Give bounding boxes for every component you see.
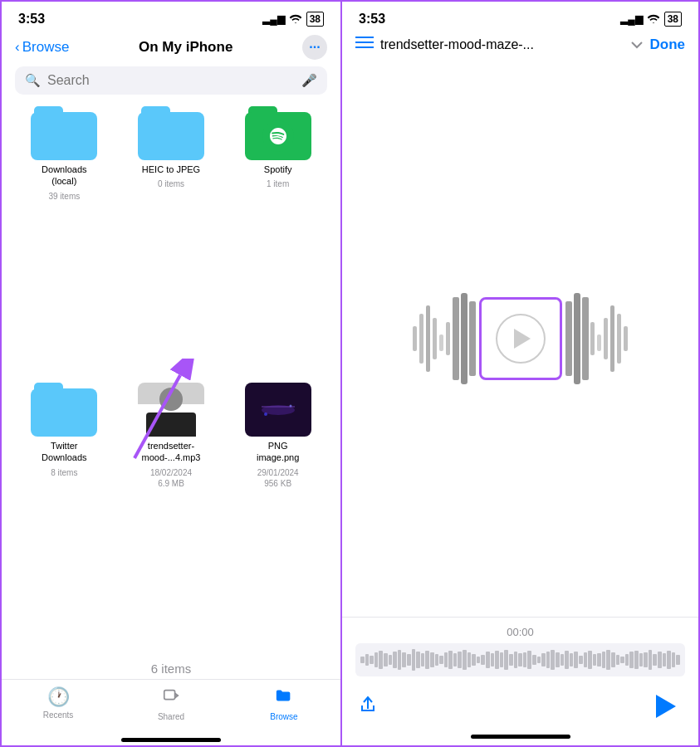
svg-rect-14 <box>433 318 437 359</box>
status-bar-right: 3:53 ▂▄▆ 38 <box>342 2 698 30</box>
audio-scrubber[interactable] <box>355 643 685 676</box>
svg-rect-25 <box>604 318 608 359</box>
chevron-left-icon: ‹ <box>15 39 20 56</box>
play-button-box[interactable] <box>479 297 562 380</box>
more-icon: ··· <box>309 40 320 55</box>
shared-icon <box>162 686 180 710</box>
list-item[interactable]: Spotify 1 item <box>228 106 327 366</box>
tab-shared[interactable]: Shared <box>115 686 228 721</box>
svg-rect-16 <box>446 322 450 355</box>
folder-downloads-icon <box>31 106 97 160</box>
battery-icon-right: 38 <box>664 12 682 27</box>
svg-rect-13 <box>426 305 430 372</box>
browse-back-label: Browse <box>22 39 70 56</box>
done-button[interactable]: Done <box>650 37 686 53</box>
nav-bar-right: trendsetter-mood-maze-... Done <box>342 30 698 61</box>
svg-rect-15 <box>439 334 443 351</box>
tab-browse[interactable]: Browse <box>228 686 340 721</box>
list-item[interactable]: HEIC to JPEG 0 items <box>122 106 221 366</box>
audio-controls-bar <box>342 676 698 731</box>
left-panel: 3:53 ▂▄▆ 38 ‹ Browse On My iPhone ··· 🔍 … <box>0 0 342 747</box>
svg-rect-27 <box>617 314 621 364</box>
wifi-icon-right <box>647 13 660 26</box>
file-meta: 0 items <box>158 178 184 189</box>
tab-shared-label: Shared <box>158 712 184 721</box>
list-item[interactable]: TwitterDownloads 8 items <box>15 383 114 653</box>
clock-icon: 🕐 <box>47 686 70 708</box>
svg-rect-28 <box>624 326 628 351</box>
chevron-down-icon[interactable] <box>630 38 644 51</box>
svg-point-4 <box>289 404 291 407</box>
mic-icon[interactable]: 🎤 <box>301 73 317 88</box>
tab-recents-label: Recents <box>43 710 74 720</box>
svg-rect-11 <box>413 326 417 351</box>
play-triangle-icon <box>514 329 531 349</box>
more-button[interactable]: ··· <box>302 35 327 60</box>
browse-back-button[interactable]: ‹ Browse <box>15 39 69 56</box>
svg-rect-20 <box>565 301 572 376</box>
folder-spotify-icon <box>245 106 311 160</box>
signal-icon: ▂▄▆ <box>262 13 285 25</box>
svg-rect-22 <box>582 297 589 380</box>
share-button[interactable] <box>359 694 377 719</box>
scrubber-waveform <box>360 647 680 672</box>
file-meta: 8 items <box>51 467 77 478</box>
tab-bar: 🕐 Recents Shared Browse <box>2 679 340 738</box>
audio-bottom: 00:00 <box>342 617 698 676</box>
list-item[interactable]: PNGimage.png 29/01/2024956 KB <box>228 383 327 653</box>
svg-rect-23 <box>590 322 595 355</box>
folder-twitter-icon <box>31 383 97 437</box>
folder-heic-icon <box>138 106 204 160</box>
list-item[interactable]: trendsetter-mood-...4.mp3 18/02/20246.9 … <box>122 383 221 653</box>
file-name: Spotify <box>264 164 292 175</box>
file-name: Downloads(local) <box>42 164 86 188</box>
play-circle <box>496 314 546 364</box>
play-audio-button[interactable] <box>645 688 682 725</box>
tab-browse-label: Browse <box>270 712 297 721</box>
svg-rect-17 <box>453 297 459 380</box>
search-bar[interactable]: 🔍 🎤 <box>15 66 327 95</box>
tab-recents[interactable]: 🕐 Recents <box>2 686 115 721</box>
items-count: 6 items <box>2 653 340 679</box>
file-meta: 1 item <box>267 178 289 189</box>
battery-icon: 38 <box>306 12 324 27</box>
file-meta: 29/01/2024956 KB <box>257 467 299 489</box>
time-left: 3:53 <box>18 12 45 27</box>
nav-bar-left: ‹ Browse On My iPhone ··· <box>2 30 340 66</box>
list-item[interactable]: Downloads(local) 39 items <box>15 106 114 366</box>
time-right: 3:53 <box>359 12 385 27</box>
wifi-icon <box>289 13 302 26</box>
status-icons-right: ▂▄▆ 38 <box>620 12 682 27</box>
audio-time: 00:00 <box>355 626 685 638</box>
status-bar-left: 3:53 ▂▄▆ 38 <box>2 2 340 30</box>
file-meta: 18/02/20246.9 MB <box>150 467 192 489</box>
waveform-display <box>404 272 637 405</box>
files-grid: Downloads(local) 39 items HEIC to JPEG 0… <box>2 106 340 653</box>
signal-icon-right: ▂▄▆ <box>620 13 643 25</box>
png-thumbnail <box>245 383 311 437</box>
svg-rect-26 <box>610 305 614 372</box>
svg-rect-18 <box>461 293 467 384</box>
file-name: HEIC to JPEG <box>142 164 200 175</box>
file-name: TwitterDownloads <box>42 440 86 464</box>
home-indicator-right <box>342 731 698 745</box>
audio-player-area <box>342 61 698 617</box>
status-icons-left: ▂▄▆ 38 <box>262 12 324 27</box>
search-input[interactable] <box>47 73 295 88</box>
svg-point-3 <box>264 413 267 416</box>
right-panel: 3:53 ▂▄▆ 38 trendsetter-mood-maze-... Do… <box>342 0 700 747</box>
svg-rect-24 <box>597 334 601 351</box>
mp3-thumbnail <box>138 383 204 437</box>
audio-file-title: trendsetter-mood-maze-... <box>380 37 624 52</box>
search-icon: 🔍 <box>25 73 41 88</box>
home-indicator-left <box>2 738 340 745</box>
svg-rect-19 <box>469 301 476 376</box>
list-icon[interactable] <box>355 35 374 54</box>
file-name: PNGimage.png <box>257 440 299 464</box>
folder-tab-icon <box>275 686 293 710</box>
file-meta: 39 items <box>48 191 80 202</box>
svg-rect-21 <box>574 293 580 384</box>
svg-rect-12 <box>419 314 423 364</box>
play-audio-icon <box>656 695 676 718</box>
svg-rect-7 <box>164 691 175 700</box>
